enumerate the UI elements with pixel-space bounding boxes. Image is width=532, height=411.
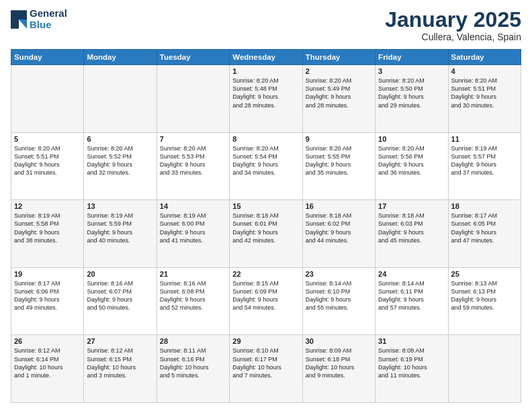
calendar-cell: 28Sunrise: 8:11 AM Sunset: 6:16 PM Dayli…	[157, 335, 229, 403]
day-info: Sunrise: 8:20 AM Sunset: 5:52 PM Dayligh…	[87, 144, 153, 177]
day-number: 18	[451, 202, 518, 210]
day-number: 20	[87, 270, 153, 278]
day-number: 21	[160, 270, 226, 278]
calendar-row-3: 12Sunrise: 8:19 AM Sunset: 5:58 PM Dayli…	[11, 200, 521, 268]
day-info: Sunrise: 8:09 AM Sunset: 6:18 PM Dayligh…	[306, 347, 372, 379]
calendar-cell: 5Sunrise: 8:20 AM Sunset: 5:51 PM Daylig…	[11, 132, 84, 200]
calendar-cell: 25Sunrise: 8:13 AM Sunset: 6:13 PM Dayli…	[448, 267, 521, 335]
day-info: Sunrise: 8:17 AM Sunset: 6:05 PM Dayligh…	[451, 212, 518, 244]
day-info: Sunrise: 8:20 AM Sunset: 5:55 PM Dayligh…	[306, 144, 372, 177]
calendar-cell: 1Sunrise: 8:20 AM Sunset: 5:48 PM Daylig…	[230, 65, 302, 133]
day-number: 29	[232, 337, 299, 345]
col-header-tuesday: Tuesday	[157, 50, 229, 65]
day-info: Sunrise: 8:15 AM Sunset: 6:09 PM Dayligh…	[232, 279, 299, 312]
calendar-cell: 31Sunrise: 8:08 AM Sunset: 6:19 PM Dayli…	[375, 335, 448, 403]
day-number: 17	[378, 202, 445, 210]
day-info: Sunrise: 8:14 AM Sunset: 6:11 PM Dayligh…	[378, 279, 445, 312]
col-header-wednesday: Wednesday	[230, 50, 302, 65]
calendar-cell: 15Sunrise: 8:18 AM Sunset: 6:01 PM Dayli…	[230, 200, 302, 268]
calendar-cell: 7Sunrise: 8:20 AM Sunset: 5:53 PM Daylig…	[157, 132, 229, 200]
calendar-cell: 13Sunrise: 8:19 AM Sunset: 5:59 PM Dayli…	[84, 200, 157, 268]
header: General Blue January 2025 Cullera, Valen…	[11, 8, 521, 42]
logo: General Blue	[11, 8, 67, 30]
day-info: Sunrise: 8:18 AM Sunset: 6:02 PM Dayligh…	[306, 212, 372, 244]
day-info: Sunrise: 8:17 AM Sunset: 6:06 PM Dayligh…	[14, 279, 81, 312]
day-number: 15	[232, 202, 299, 210]
day-info: Sunrise: 8:19 AM Sunset: 6:00 PM Dayligh…	[160, 212, 226, 244]
day-number: 30	[306, 337, 372, 345]
calendar-row-2: 5Sunrise: 8:20 AM Sunset: 5:51 PM Daylig…	[11, 132, 521, 200]
day-info: Sunrise: 8:20 AM Sunset: 5:51 PM Dayligh…	[451, 77, 518, 109]
day-number: 28	[160, 337, 226, 345]
day-number: 1	[232, 67, 299, 75]
calendar-cell: 12Sunrise: 8:19 AM Sunset: 5:58 PM Dayli…	[11, 200, 84, 268]
day-number: 25	[451, 270, 518, 278]
calendar-cell: 9Sunrise: 8:20 AM Sunset: 5:55 PM Daylig…	[302, 132, 375, 200]
calendar-cell: 22Sunrise: 8:15 AM Sunset: 6:09 PM Dayli…	[230, 267, 302, 335]
day-number: 10	[378, 135, 445, 143]
calendar-cell: 30Sunrise: 8:09 AM Sunset: 6:18 PM Dayli…	[302, 335, 375, 403]
page: General Blue January 2025 Cullera, Valen…	[0, 0, 532, 411]
calendar-cell: 23Sunrise: 8:14 AM Sunset: 6:10 PM Dayli…	[302, 267, 375, 335]
calendar-table: SundayMondayTuesdayWednesdayThursdayFrid…	[11, 49, 521, 403]
day-info: Sunrise: 8:19 AM Sunset: 5:57 PM Dayligh…	[451, 144, 518, 177]
day-info: Sunrise: 8:20 AM Sunset: 5:56 PM Dayligh…	[378, 144, 445, 177]
calendar-cell: 19Sunrise: 8:17 AM Sunset: 6:06 PM Dayli…	[11, 267, 84, 335]
calendar-cell	[84, 65, 157, 133]
day-info: Sunrise: 8:08 AM Sunset: 6:19 PM Dayligh…	[378, 347, 445, 379]
calendar-cell: 20Sunrise: 8:16 AM Sunset: 6:07 PM Dayli…	[84, 267, 157, 335]
day-number: 31	[378, 337, 445, 345]
day-number: 8	[232, 135, 299, 143]
day-number: 6	[87, 135, 153, 143]
day-number: 4	[451, 67, 518, 75]
day-number: 5	[14, 135, 81, 143]
day-number: 13	[87, 202, 153, 210]
calendar-row-1: 1Sunrise: 8:20 AM Sunset: 5:48 PM Daylig…	[11, 65, 521, 133]
calendar-cell: 26Sunrise: 8:12 AM Sunset: 6:14 PM Dayli…	[11, 335, 84, 403]
svg-rect-0	[11, 10, 19, 28]
col-header-friday: Friday	[375, 50, 448, 65]
calendar-cell	[11, 65, 84, 133]
day-info: Sunrise: 8:20 AM Sunset: 5:53 PM Dayligh…	[160, 144, 226, 177]
day-info: Sunrise: 8:12 AM Sunset: 6:15 PM Dayligh…	[87, 347, 153, 379]
calendar-cell: 29Sunrise: 8:10 AM Sunset: 6:17 PM Dayli…	[230, 335, 302, 403]
logo-text: General Blue	[30, 8, 67, 30]
day-number: 11	[451, 135, 518, 143]
calendar-cell: 27Sunrise: 8:12 AM Sunset: 6:15 PM Dayli…	[84, 335, 157, 403]
day-info: Sunrise: 8:20 AM Sunset: 5:51 PM Dayligh…	[14, 144, 81, 177]
day-info: Sunrise: 8:13 AM Sunset: 6:13 PM Dayligh…	[451, 279, 518, 312]
calendar-header-row: SundayMondayTuesdayWednesdayThursdayFrid…	[11, 50, 521, 65]
day-info: Sunrise: 8:20 AM Sunset: 5:49 PM Dayligh…	[306, 77, 372, 109]
calendar-cell: 10Sunrise: 8:20 AM Sunset: 5:56 PM Dayli…	[375, 132, 448, 200]
calendar-cell: 4Sunrise: 8:20 AM Sunset: 5:51 PM Daylig…	[448, 65, 521, 133]
day-number: 7	[160, 135, 226, 143]
day-number: 14	[160, 202, 226, 210]
day-info: Sunrise: 8:19 AM Sunset: 5:58 PM Dayligh…	[14, 212, 81, 244]
day-number: 3	[378, 67, 445, 75]
calendar-cell	[448, 335, 521, 403]
svg-marker-2	[19, 19, 27, 29]
day-info: Sunrise: 8:11 AM Sunset: 6:16 PM Dayligh…	[160, 347, 226, 379]
day-info: Sunrise: 8:18 AM Sunset: 6:03 PM Dayligh…	[378, 212, 445, 244]
calendar-cell	[157, 65, 229, 133]
day-number: 19	[14, 270, 81, 278]
day-number: 9	[306, 135, 372, 143]
svg-rect-1	[19, 10, 27, 19]
calendar-cell: 2Sunrise: 8:20 AM Sunset: 5:49 PM Daylig…	[302, 65, 375, 133]
calendar-row-4: 19Sunrise: 8:17 AM Sunset: 6:06 PM Dayli…	[11, 267, 521, 335]
col-header-sunday: Sunday	[11, 50, 84, 65]
day-info: Sunrise: 8:14 AM Sunset: 6:10 PM Dayligh…	[306, 279, 372, 312]
calendar-cell: 8Sunrise: 8:20 AM Sunset: 5:54 PM Daylig…	[230, 132, 302, 200]
col-header-thursday: Thursday	[302, 50, 375, 65]
day-info: Sunrise: 8:18 AM Sunset: 6:01 PM Dayligh…	[232, 212, 299, 244]
day-number: 2	[306, 67, 372, 75]
day-info: Sunrise: 8:16 AM Sunset: 6:08 PM Dayligh…	[160, 279, 226, 312]
day-info: Sunrise: 8:20 AM Sunset: 5:48 PM Dayligh…	[232, 77, 299, 109]
logo-icon	[11, 10, 27, 29]
day-number: 22	[232, 270, 299, 278]
day-info: Sunrise: 8:16 AM Sunset: 6:07 PM Dayligh…	[87, 279, 153, 312]
col-header-monday: Monday	[84, 50, 157, 65]
day-info: Sunrise: 8:20 AM Sunset: 5:50 PM Dayligh…	[378, 77, 445, 109]
day-info: Sunrise: 8:20 AM Sunset: 5:54 PM Dayligh…	[232, 144, 299, 177]
calendar-cell: 16Sunrise: 8:18 AM Sunset: 6:02 PM Dayli…	[302, 200, 375, 268]
